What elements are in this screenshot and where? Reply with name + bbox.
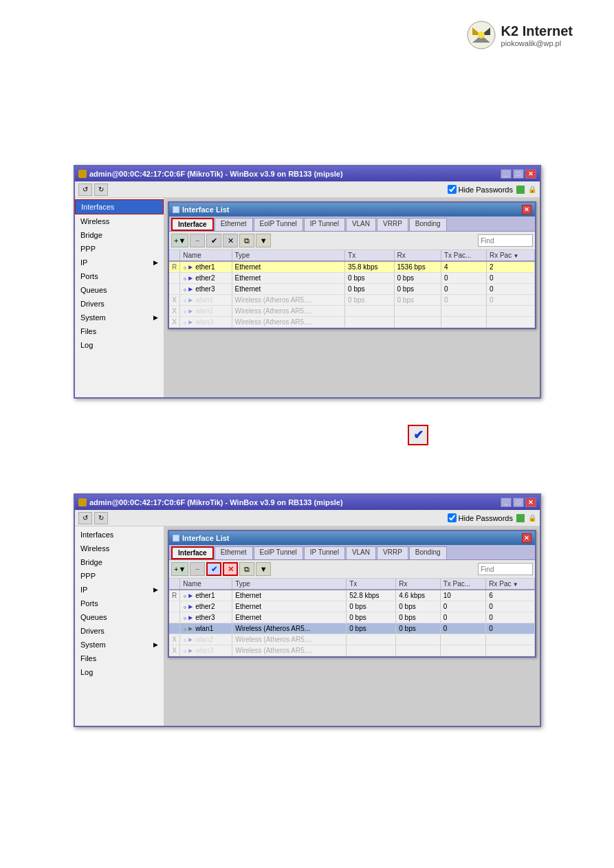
sidebar-item-interfaces-2[interactable]: Interfaces bbox=[75, 528, 164, 542]
winbox2-col-type[interactable]: Type bbox=[232, 579, 347, 590]
sidebar-item-system-1[interactable]: System ▶ bbox=[75, 311, 164, 324]
winbox1-enable-btn[interactable]: ✔ bbox=[206, 234, 221, 247]
winbox1-tab-eoip[interactable]: EoIP Tunnel bbox=[254, 218, 303, 231]
sidebar-item-ports-1[interactable]: Ports bbox=[75, 269, 164, 283]
table-row[interactable]: R ⬦►ether1 Ethernet 52.8 kbps 4.6 kbps 1… bbox=[169, 590, 535, 601]
sidebar-item-drivers-1[interactable]: Drivers bbox=[75, 297, 164, 311]
table-row[interactable]: X ⬦►wlan2 Wireless (Atheros AR5.... bbox=[169, 634, 535, 645]
table-row[interactable]: ⬦►ether2 Ethernet 0 bps 0 bps 0 0 bbox=[169, 601, 535, 612]
winbox2-del-btn[interactable]: − bbox=[190, 562, 205, 576]
table-row[interactable]: ⬦►wlan1 Wireless (Atheros AR5... 0 bps 0… bbox=[169, 623, 535, 634]
winbox1-tab-interface[interactable]: Interface bbox=[171, 218, 214, 231]
table-row[interactable]: ⬦►ether2 Ethernet 0 bps 0 bps 0 0 bbox=[169, 273, 535, 284]
table-row[interactable]: X ⬦►wlan1 Wireless (Atheros AR5.... 0 bp… bbox=[169, 295, 535, 306]
winbox2-close-btn[interactable]: ✕ bbox=[525, 498, 536, 507]
winbox2-find-input[interactable] bbox=[478, 563, 533, 575]
winbox2-forward-btn[interactable]: ↻ bbox=[94, 512, 108, 524]
winbox2-ifw-close-btn[interactable]: ✕ bbox=[522, 533, 531, 543]
winbox1-col-txpac[interactable]: Tx Pac... bbox=[441, 250, 486, 261]
winbox1-col-rx[interactable]: Rx bbox=[394, 250, 441, 261]
winbox1-filter-btn[interactable]: ▼ bbox=[256, 234, 271, 247]
winbox1-copy-btn[interactable]: ⧉ bbox=[239, 234, 254, 247]
winbox1-tab-ethernet[interactable]: Ethernet bbox=[215, 218, 253, 231]
sidebar-item-ip-2[interactable]: IP ▶ bbox=[75, 583, 164, 597]
winbox1-add-btn[interactable]: +▼ bbox=[171, 234, 188, 247]
winbox2-toolbar-left[interactable]: ↺ ↻ bbox=[78, 512, 108, 524]
winbox1-tab-vrrp[interactable]: VRRP bbox=[377, 218, 408, 231]
table-row[interactable]: X ⬦►wlan2 Wireless (Atheros AR5.... bbox=[169, 306, 535, 317]
winbox1-controls[interactable]: _ □ ✕ bbox=[501, 169, 536, 179]
winbox1-tab-vlan[interactable]: VLAN bbox=[346, 218, 376, 231]
winbox2-ifw-titlebar[interactable]: Interface List ✕ bbox=[169, 531, 535, 545]
sidebar-item-files-1[interactable]: Files bbox=[75, 324, 164, 338]
winbox1-forward-btn[interactable]: ↻ bbox=[94, 183, 108, 196]
table-row[interactable]: ⬦►ether3 Ethernet 0 bps 0 bps 0 0 bbox=[169, 612, 535, 623]
sidebar-item-bridge-2[interactable]: Bridge bbox=[75, 555, 164, 569]
winbox2-tab-interface[interactable]: Interface bbox=[171, 546, 214, 559]
winbox2-tab-iptunnel[interactable]: IP Tunnel bbox=[304, 546, 345, 559]
winbox1-maximize-btn[interactable]: □ bbox=[513, 169, 524, 179]
winbox1-find-input[interactable] bbox=[478, 234, 533, 247]
winbox1-col-rxpac[interactable]: Rx Pac bbox=[486, 250, 534, 261]
winbox2-copy-btn[interactable]: ⧉ bbox=[239, 562, 254, 576]
winbox2-col-txpac[interactable]: Tx Pac... bbox=[440, 579, 486, 590]
winbox2-controls[interactable]: _ □ ✕ bbox=[501, 498, 536, 507]
sidebar-item-interfaces-1[interactable]: Interfaces bbox=[75, 199, 164, 214]
winbox1-tab-iptunnel[interactable]: IP Tunnel bbox=[304, 218, 345, 231]
winbox1-ifw-close-btn[interactable]: ✕ bbox=[522, 205, 531, 214]
sidebar-item-ip-1[interactable]: IP ▶ bbox=[75, 256, 164, 269]
sidebar-item-bridge-1[interactable]: Bridge bbox=[75, 228, 164, 242]
winbox2-hide-passwords-checkbox[interactable] bbox=[448, 513, 457, 522]
winbox2-tab-ethernet[interactable]: Ethernet bbox=[215, 546, 253, 559]
winbox2-tab-eoip[interactable]: EoIP Tunnel bbox=[254, 546, 303, 559]
sidebar-item-wireless-1[interactable]: Wireless bbox=[75, 214, 164, 228]
winbox2-hide-passwords[interactable]: Hide Passwords bbox=[448, 513, 513, 522]
sidebar-item-log-2[interactable]: Log bbox=[75, 665, 164, 679]
sidebar-item-queues-1[interactable]: Queues bbox=[75, 283, 164, 297]
sidebar-item-ppp-1[interactable]: PPP bbox=[75, 242, 164, 256]
winbox1-col-tx[interactable]: Tx bbox=[345, 250, 394, 261]
winbox1-minimize-btn[interactable]: _ bbox=[501, 169, 512, 179]
sidebar-item-ports-2[interactable]: Ports bbox=[75, 597, 164, 610]
table-row[interactable]: R ⬦►ether1 Ethernet 35.8 kbps 1536 bps 4… bbox=[169, 261, 535, 273]
winbox1-hide-passwords-checkbox[interactable] bbox=[448, 185, 457, 194]
winbox2-filter-btn[interactable]: ▼ bbox=[256, 562, 271, 576]
winbox1-toolbar-left[interactable]: ↺ ↻ bbox=[78, 183, 108, 196]
sidebar-item-system-2[interactable]: System ▶ bbox=[75, 638, 164, 652]
winbox2-tab-bonding[interactable]: Bonding bbox=[409, 546, 447, 559]
sidebar-item-queues-2[interactable]: Queues bbox=[75, 610, 164, 624]
winbox2-titlebar[interactable]: admin@00:0C:42:17:C0:6F (MikroTik) - Win… bbox=[75, 495, 540, 510]
winbox2-tab-vlan[interactable]: VLAN bbox=[346, 546, 376, 559]
winbox1-col-name[interactable]: Name bbox=[180, 250, 232, 261]
winbox2-col-rxpac[interactable]: Rx Pac bbox=[486, 579, 535, 590]
winbox2-enable-btn[interactable]: ✔ bbox=[206, 562, 221, 576]
winbox1-back-btn[interactable]: ↺ bbox=[78, 183, 92, 196]
winbox1-tab-bonding[interactable]: Bonding bbox=[409, 218, 447, 231]
winbox1-hide-passwords[interactable]: Hide Passwords bbox=[448, 185, 513, 194]
winbox2-col-name[interactable]: Name bbox=[180, 579, 232, 590]
winbox1-del-btn[interactable]: − bbox=[190, 234, 205, 247]
sidebar-item-files-2[interactable]: Files bbox=[75, 652, 164, 665]
table-row[interactable]: ⬦►ether3 Ethernet 0 bps 0 bps 0 0 bbox=[169, 284, 535, 295]
winbox1-close-btn[interactable]: ✕ bbox=[525, 169, 536, 179]
winbox1-col-type[interactable]: Type bbox=[232, 250, 345, 261]
winbox2-minimize-btn[interactable]: _ bbox=[501, 498, 512, 507]
winbox1-titlebar[interactable]: admin@00:0C:42:17:C0:6F (MikroTik) - Win… bbox=[75, 166, 540, 181]
winbox2-back-btn[interactable]: ↺ bbox=[78, 512, 92, 524]
sidebar-item-wireless-2[interactable]: Wireless bbox=[75, 542, 164, 555]
winbox1-ifw-titlebar[interactable]: Interface List ✕ bbox=[169, 203, 535, 216]
sidebar-item-log-1[interactable]: Log bbox=[75, 338, 164, 352]
winbox2-add-btn[interactable]: +▼ bbox=[171, 562, 188, 576]
winbox1-disable-btn[interactable]: ✕ bbox=[223, 234, 238, 247]
sidebar-item-drivers-2[interactable]: Drivers bbox=[75, 624, 164, 638]
winbox2-maximize-btn[interactable]: □ bbox=[513, 498, 524, 507]
winbox2-col-tx[interactable]: Tx bbox=[347, 579, 396, 590]
table-row[interactable]: X ⬦►wlan3 Wireless (Atheros AR5.... bbox=[169, 317, 535, 328]
winbox2-disable-btn[interactable]: ✕ bbox=[223, 562, 238, 576]
winbox2-tab-vrrp[interactable]: VRRP bbox=[377, 546, 408, 559]
table-row[interactable]: X ⬦►wlan3 Wireless (Atheros AR5.... bbox=[169, 645, 535, 656]
w2row2-flag bbox=[169, 601, 180, 612]
sidebar-item-ppp-2[interactable]: PPP bbox=[75, 569, 164, 583]
checkmark-button[interactable]: ✔ bbox=[408, 425, 428, 445]
winbox2-col-rx[interactable]: Rx bbox=[396, 579, 440, 590]
